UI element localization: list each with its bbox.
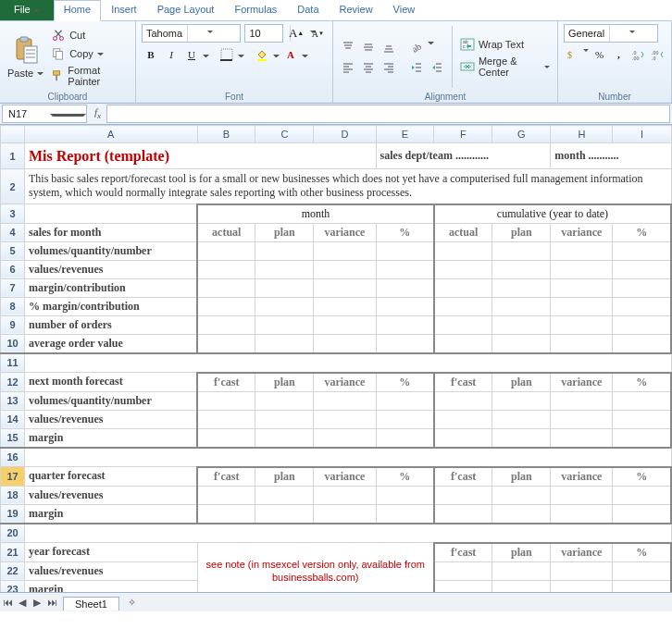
col-I[interactable]: I <box>613 126 671 143</box>
tab-file[interactable]: File <box>0 0 54 20</box>
row-20[interactable]: 20 <box>1 524 25 543</box>
new-sheet-button[interactable]: ✧ <box>125 595 140 610</box>
svg-rect-11 <box>56 51 63 59</box>
format-painter-button[interactable]: Format Painter <box>49 64 130 88</box>
hdr-plan6: plan <box>492 468 550 486</box>
font-color-button[interactable]: A <box>281 46 300 63</box>
row-7[interactable]: 7 <box>1 278 25 297</box>
row-13[interactable]: 13 <box>1 391 25 410</box>
decrease-indent-button[interactable] <box>407 59 426 76</box>
hdr-pct6: % <box>613 468 670 486</box>
hdr-actual2: actual <box>435 224 492 241</box>
increase-indent-button[interactable] <box>428 59 446 76</box>
shrink-font-button[interactable]: A▼ <box>309 25 327 42</box>
row-11[interactable]: 11 <box>1 353 25 373</box>
col-D[interactable]: D <box>314 126 376 143</box>
col-H[interactable]: H <box>551 126 613 143</box>
fx-icon[interactable]: fx <box>89 106 106 120</box>
tab-view[interactable]: View <box>383 0 426 20</box>
nav-last[interactable]: ⏭ <box>44 595 59 610</box>
month-label: month ........... <box>551 147 670 165</box>
accounting-button[interactable]: $ <box>564 46 581 63</box>
orientation-dd[interactable] <box>428 39 434 45</box>
nav-first[interactable]: ⏮ <box>0 595 15 610</box>
svg-rect-16 <box>257 59 267 61</box>
underline-button[interactable]: U <box>182 46 201 63</box>
row-5[interactable]: 5 <box>1 241 25 260</box>
acct-dd[interactable] <box>583 46 590 53</box>
copy-button[interactable]: Copy <box>49 45 130 62</box>
hdr-pct7: % <box>613 544 670 561</box>
row-6[interactable]: 6 <box>1 260 25 278</box>
wrap-text-button[interactable]: abcWrap Text <box>458 36 552 53</box>
fill-dd[interactable] <box>273 52 280 58</box>
col-E[interactable]: E <box>376 126 434 143</box>
row-14[interactable]: 14 <box>1 410 25 428</box>
orientation-button[interactable]: ab <box>407 39 426 56</box>
row-3[interactable]: 3 <box>1 204 25 224</box>
nav-prev[interactable]: ◀ <box>15 595 30 610</box>
formula-bar: N17 fx <box>0 104 672 125</box>
align-right-button[interactable] <box>380 59 398 76</box>
italic-button[interactable]: I <box>162 46 180 63</box>
font-name-combo[interactable]: Tahoma <box>142 24 241 43</box>
underline-dd[interactable] <box>203 52 209 58</box>
col-F[interactable]: F <box>434 126 492 143</box>
paste-button[interactable]: Paste <box>6 67 45 80</box>
align-center-button[interactable] <box>359 59 378 76</box>
row-15[interactable]: 15 <box>1 428 25 448</box>
sheet-tab-bar: ⏮ ◀ ▶ ⏭ Sheet1 ✧ <box>0 592 672 611</box>
col-B[interactable]: B <box>197 126 255 143</box>
fill-color-button[interactable] <box>253 46 271 63</box>
border-dd[interactable] <box>238 52 244 58</box>
increase-decimal-button[interactable]: .0.00 <box>629 46 647 63</box>
nav-next[interactable]: ▶ <box>30 595 44 610</box>
tab-data[interactable]: Data <box>287 0 329 20</box>
percent-button[interactable]: % <box>591 46 608 63</box>
paste-icon[interactable] <box>11 35 41 65</box>
row-8[interactable]: 8 <box>1 297 25 315</box>
tab-home[interactable]: Home <box>54 0 101 21</box>
col-C[interactable]: C <box>255 126 314 143</box>
tab-insert[interactable]: Insert <box>101 0 147 20</box>
col-A[interactable]: A <box>25 126 198 143</box>
font-size-combo[interactable]: 10 <box>244 24 283 43</box>
number-format-combo[interactable]: General <box>564 24 658 43</box>
row-12[interactable]: 12 <box>1 373 25 392</box>
formula-input[interactable] <box>106 105 670 123</box>
row-18[interactable]: 18 <box>1 486 25 504</box>
align-left-button[interactable] <box>339 59 357 76</box>
cut-button[interactable]: Cut <box>49 27 130 43</box>
decrease-decimal-button[interactable]: .00.0 <box>648 46 666 63</box>
row-21[interactable]: 21 <box>1 543 25 562</box>
align-bottom-button[interactable] <box>380 39 398 56</box>
align-middle-button[interactable] <box>359 39 378 56</box>
worksheet[interactable]: A B C D E F G H I 1 Mis Report (template… <box>0 125 672 611</box>
hdr-fcast: f'cast <box>198 374 255 391</box>
tab-formulas[interactable]: Formulas <box>224 0 287 20</box>
tab-review[interactable]: Review <box>330 0 383 20</box>
row-10[interactable]: 10 <box>1 334 25 353</box>
bold-button[interactable]: B <box>142 46 160 63</box>
tab-pagelayout[interactable]: Page Layout <box>147 0 225 20</box>
col-G[interactable]: G <box>492 126 551 143</box>
row-9[interactable]: 9 <box>1 315 25 334</box>
row-4[interactable]: 4 <box>1 223 25 241</box>
grow-font-button[interactable]: A▲ <box>287 25 305 42</box>
align-top-button[interactable] <box>339 39 357 56</box>
merge-center-button[interactable]: Merge & Center <box>458 55 552 79</box>
comma-button[interactable]: , <box>610 46 628 63</box>
border-button[interactable] <box>218 46 236 63</box>
row-16[interactable]: 16 <box>1 448 25 467</box>
sheet-tab-1[interactable]: Sheet1 <box>63 597 119 610</box>
column-headers[interactable]: A B C D E F G H I <box>1 126 672 143</box>
row-22[interactable]: 22 <box>1 561 25 580</box>
row-val3: values/revenues <box>25 487 196 504</box>
row-17[interactable]: 17 <box>1 467 25 487</box>
row-19[interactable]: 19 <box>1 504 25 524</box>
ribbon-tabs: File Home Insert Page Layout Formulas Da… <box>0 0 672 21</box>
row-1[interactable]: 1 <box>1 143 25 169</box>
fontcolor-dd[interactable] <box>302 52 308 58</box>
row-2[interactable]: 2 <box>1 169 25 204</box>
name-box[interactable]: N17 <box>2 105 87 123</box>
